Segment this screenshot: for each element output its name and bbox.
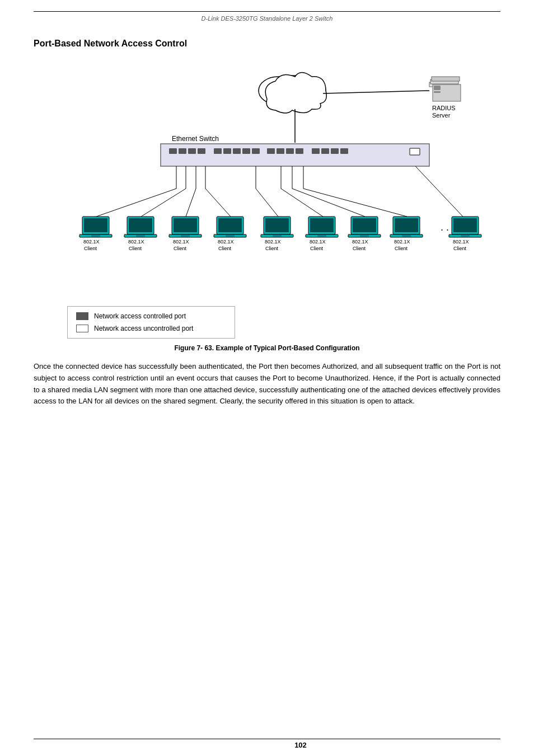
- uplink-port: [410, 148, 420, 155]
- svg-rect-37: [310, 218, 334, 232]
- client-1-laptop: [79, 217, 112, 237]
- client-3-sublabel: Client: [174, 246, 187, 251]
- port-5: [214, 148, 222, 154]
- client-2-laptop: [124, 217, 157, 237]
- port-12: [286, 148, 294, 154]
- port-8: [242, 148, 250, 154]
- port-15: [321, 148, 329, 154]
- wire-6b: [281, 189, 323, 217]
- client-1-label: 802.1X: [83, 239, 100, 245]
- wire-8b: [303, 189, 407, 217]
- svg-rect-45: [395, 218, 418, 232]
- svg-rect-31: [226, 235, 235, 237]
- switch-body: [161, 144, 429, 166]
- svg-rect-27: [181, 235, 190, 237]
- port-11: [277, 148, 284, 154]
- client-2-label: 802.1X: [128, 239, 144, 245]
- wire-4b: [205, 189, 231, 217]
- port-9: [252, 148, 260, 154]
- svg-rect-47: [402, 235, 411, 237]
- svg-rect-43: [360, 235, 369, 237]
- svg-rect-51: [461, 235, 470, 237]
- uncontrolled-port-icon: [76, 325, 88, 332]
- figure-caption: Figure 7- 63. Example of Typical Port-Ba…: [34, 344, 500, 352]
- client-8-label: 802.1X: [394, 239, 410, 245]
- radius-server-label: Server: [432, 112, 451, 119]
- port-13: [296, 148, 303, 154]
- page-container: D-Link DES-3250TG Standalone Layer 2 Swi…: [0, 0, 534, 756]
- wire-2b: [141, 189, 186, 217]
- page-number: 102: [34, 741, 534, 749]
- wire-3b: [186, 189, 196, 217]
- port-16: [331, 148, 339, 154]
- client-9-sublabel: Client: [453, 246, 467, 251]
- radius-label: RADIUS: [432, 105, 456, 111]
- client-1-sublabel: Client: [84, 246, 97, 251]
- controlled-port-icon: [76, 312, 88, 320]
- body-text: Once the connected device has successful…: [34, 361, 500, 407]
- diagram-container: RADIUS Server Ethernet Switch: [34, 60, 500, 295]
- radius-server: [429, 77, 461, 101]
- client-5-sublabel: Client: [265, 246, 279, 251]
- svg-rect-35: [273, 235, 282, 237]
- svg-rect-25: [174, 218, 197, 232]
- client-6-laptop: [306, 217, 338, 237]
- client-8-laptop: [390, 217, 423, 237]
- client-5-laptop: [261, 217, 293, 237]
- footer-line: [34, 739, 500, 739]
- section-title: Port-Based Network Access Control: [34, 39, 500, 49]
- client-7-label: 802.1X: [352, 239, 368, 245]
- wire-9: [415, 166, 463, 217]
- network-diagram: RADIUS Server Ethernet Switch: [38, 60, 496, 295]
- header-title: D-Link DES-3250TG Standalone Layer 2 Swi…: [34, 15, 500, 22]
- svg-rect-12: [432, 77, 460, 81]
- port-7: [233, 148, 241, 154]
- client-8-sublabel: Client: [395, 246, 408, 251]
- svg-rect-14: [434, 86, 441, 90]
- header-line: [34, 11, 500, 12]
- port-14: [312, 148, 320, 154]
- legend-uncontrolled: Network access uncontrolled port: [76, 325, 226, 332]
- client-9-label: 802.1X: [453, 239, 469, 245]
- client-3-laptop: [169, 217, 202, 237]
- svg-rect-21: [129, 218, 152, 232]
- client-4-laptop: [214, 217, 246, 237]
- port-1: [169, 148, 177, 154]
- port-4: [198, 148, 205, 154]
- wire-5b: [256, 189, 278, 217]
- client-4-sublabel: Client: [218, 246, 232, 251]
- svg-rect-29: [218, 218, 242, 232]
- client-7-sublabel: Client: [353, 246, 366, 251]
- port-6: [223, 148, 231, 154]
- cloud-shape: [259, 73, 326, 114]
- svg-rect-39: [317, 235, 326, 237]
- ethernet-switch-label: Ethernet Switch: [172, 135, 219, 143]
- port-3: [188, 148, 196, 154]
- uncontrolled-port-label: Network access uncontrolled port: [94, 325, 193, 332]
- svg-rect-41: [353, 218, 376, 232]
- client-4-label: 802.1X: [218, 239, 234, 245]
- svg-rect-23: [136, 235, 145, 237]
- svg-rect-17: [84, 218, 107, 232]
- client-6-sublabel: Client: [310, 246, 324, 251]
- client-7-laptop: [348, 217, 381, 237]
- svg-rect-33: [265, 218, 289, 232]
- port-2: [179, 148, 186, 154]
- svg-rect-19: [91, 235, 100, 237]
- legend-controlled: Network access controlled port: [76, 312, 226, 320]
- client-5-label: 802.1X: [265, 239, 281, 245]
- cloud-to-radius-line: [323, 91, 429, 93]
- client-6-label: 802.1X: [310, 239, 326, 245]
- wire-1b: [96, 189, 176, 217]
- wire-7b: [292, 189, 365, 217]
- legend-box: Network access controlled port Network a…: [67, 306, 235, 339]
- client-9-laptop: [449, 217, 481, 237]
- port-17: [340, 148, 348, 154]
- client-3-label: 802.1X: [173, 239, 189, 245]
- svg-rect-15: [434, 91, 441, 93]
- controlled-port-label: Network access controlled port: [94, 312, 186, 320]
- port-10: [267, 148, 275, 154]
- client-2-sublabel: Client: [129, 246, 142, 251]
- svg-rect-49: [453, 218, 477, 232]
